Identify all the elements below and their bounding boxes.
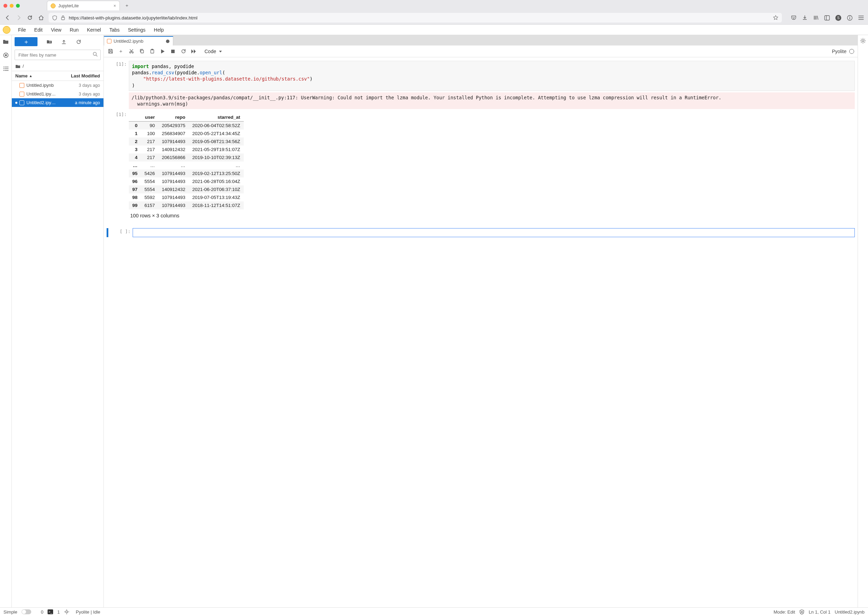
back-button[interactable] [4,14,11,21]
df-cell: 0 [129,121,141,130]
df-cell: 217 [141,146,159,154]
menu-tabs[interactable]: Tabs [105,26,124,34]
window-minimize-icon[interactable] [10,4,14,8]
df-cell: 107914493 [159,178,189,185]
new-tab-button[interactable]: ＋ [122,2,131,10]
window-close-icon[interactable] [3,4,7,8]
sidebar-icon[interactable] [824,15,830,20]
copy-icon[interactable] [138,48,145,55]
file-row[interactable]: Untitled.ipynb3 days ago [12,81,104,90]
prompt-out: [1]: [107,111,127,220]
df-cell: 100 [141,129,159,138]
cell-type-select[interactable]: Code [203,48,223,55]
df-cell: 2 [129,138,141,146]
df-cell: 217 [141,138,159,146]
new-launcher-button[interactable]: ＋ [14,37,38,46]
df-cell: 95 [129,170,141,178]
dataframe-output: userrepostarred_at0902054293752020-06-04… [129,113,855,209]
df-cell: 2019-07-05T13:19:43Z [189,193,244,201]
shield-icon[interactable] [52,15,57,20]
menu-edit[interactable]: Edit [30,26,47,34]
bookmark-star-icon[interactable] [773,15,779,20]
browser-tab-title: JupyterLite [58,3,79,8]
reload-button[interactable] [27,14,33,21]
browser-tab[interactable]: JupyterLite × [47,1,120,10]
df-cell: 217 [141,154,159,162]
file-modified: 3 days ago [79,83,100,88]
download-icon[interactable] [802,15,808,20]
notrust-icon[interactable] [799,610,804,614]
save-icon[interactable] [107,48,113,55]
url-text[interactable]: https://latest-with-plugins.datasette.io… [69,15,769,20]
dirty-dot-icon [15,102,17,104]
dirty-dot-icon [15,93,17,95]
simple-toggle[interactable] [22,610,31,614]
df-cell: … [189,162,244,170]
notebook-tab[interactable]: Untitled2.ipynb [104,36,173,46]
lock-icon[interactable] [61,15,65,20]
menu-settings[interactable]: Settings [124,26,150,34]
cut-icon[interactable] [128,48,134,55]
warning-output: /lib/python3.9/site-packages/pandas/comp… [129,93,855,109]
col-name[interactable]: Name [15,73,27,79]
close-tab-icon[interactable]: × [113,3,116,8]
df-cell: 98 [129,193,141,201]
pocket-icon[interactable] [791,15,796,20]
file-name: Untitled.ipynb [27,83,77,88]
file-filter-input[interactable] [14,50,101,60]
run-all-icon[interactable] [191,48,197,55]
file-row[interactable]: Untitled1.ipy…3 days ago [12,90,104,98]
svg-rect-15 [171,50,175,53]
info-icon[interactable] [847,15,853,21]
hamburger-menu-icon[interactable] [858,15,864,20]
breadcrumb-root-icon[interactable] [15,64,20,68]
toc-icon[interactable] [3,66,9,72]
menu-run[interactable]: Run [66,26,83,34]
kernel-name[interactable]: Pyolite [832,49,846,54]
upload-icon[interactable] [61,39,67,44]
lsp-icon[interactable] [64,609,69,614]
menu-help[interactable]: Help [150,26,168,34]
window-zoom-icon[interactable] [16,4,20,8]
file-name: Untitled2.ipy… [27,100,73,105]
menu-file[interactable]: File [14,26,30,34]
library-icon[interactable] [813,15,819,20]
df-cell: 140912432 [159,185,189,193]
menu-kernel[interactable]: Kernel [83,26,105,34]
restart-icon[interactable] [180,48,187,55]
menu-view[interactable]: View [47,26,66,34]
col-modified[interactable]: Last Modified [71,73,100,79]
kernel-status-icon[interactable] [849,49,854,54]
paste-icon[interactable] [149,48,155,55]
code-cell[interactable]: import pandas, pyodide pandas.read_csv(p… [129,61,855,91]
refresh-icon[interactable] [76,39,81,44]
status-kernel: Pyolite [76,610,89,614]
notebook-icon [107,39,111,43]
folder-icon[interactable] [3,39,9,44]
svg-line-9 [96,55,97,57]
df-cell: 2019-10-10T02:39:13Z [189,154,244,162]
empty-code-cell[interactable] [133,228,855,237]
property-inspector-icon[interactable] [860,38,866,607]
df-cell: 107914493 [159,170,189,178]
df-cell: 140912432 [159,146,189,154]
stop-icon[interactable] [170,48,176,55]
account-icon[interactable]: S [835,15,841,21]
terminal-icon[interactable]: >_ [47,610,53,614]
home-button[interactable] [38,14,44,21]
notebook-icon [19,92,24,96]
file-row[interactable]: Untitled2.ipy…a minute ago [12,98,104,107]
new-folder-icon[interactable] [47,39,52,44]
df-cell: 2021-06-28T05:16:04Z [189,178,244,185]
status-mode: Mode: Edit [774,610,795,614]
add-cell-icon[interactable]: ＋ [118,48,124,55]
running-icon[interactable] [3,52,9,58]
df-cell: 2021-06-20T06:37:10Z [189,185,244,193]
forward-button[interactable] [15,14,22,21]
svg-rect-0 [61,17,64,20]
notebook-tab-label: Untitled2.ipynb [113,39,143,44]
breadcrumb-root[interactable]: / [23,64,24,69]
run-icon[interactable] [159,48,166,55]
df-header [129,113,141,121]
df-cell: 5426 [141,170,159,178]
